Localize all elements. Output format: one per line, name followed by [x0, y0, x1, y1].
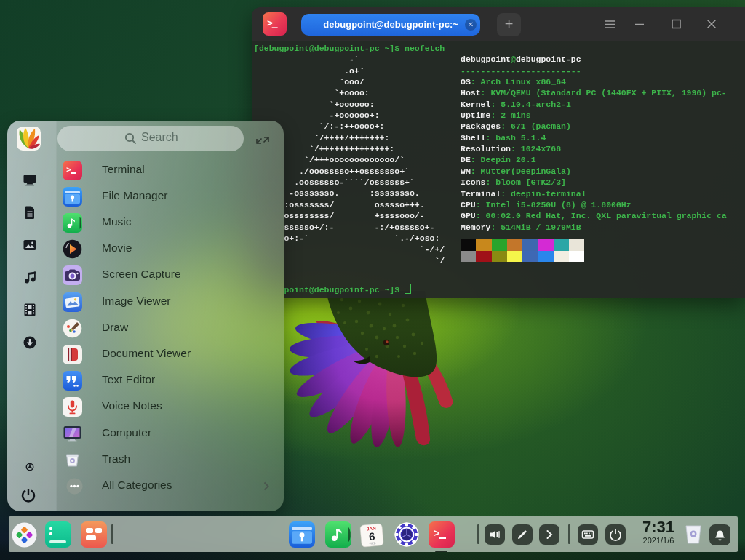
svg-text:>: > [66, 166, 71, 175]
svg-text:WED: WED [369, 541, 376, 545]
svg-text:>: > [434, 528, 440, 540]
